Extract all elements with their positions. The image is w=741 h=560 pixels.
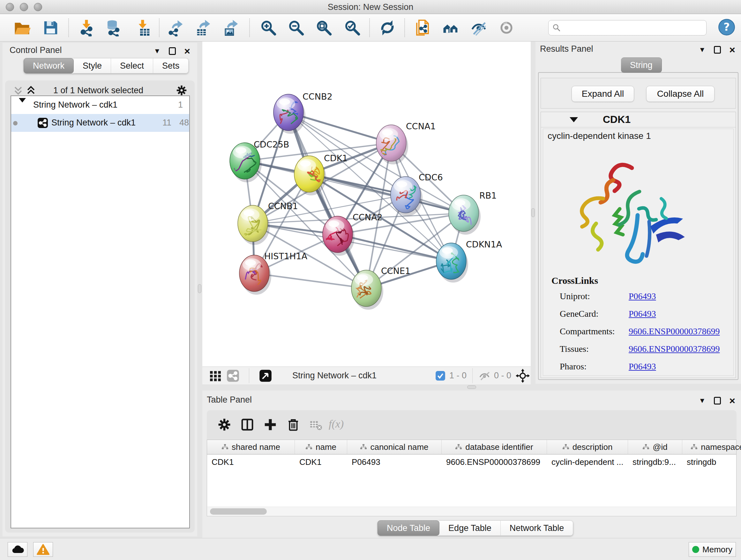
table-cell[interactable]: P06493 — [347, 455, 442, 469]
left-splitter[interactable] — [197, 42, 202, 537]
open-session-icon[interactable] — [13, 19, 30, 37]
network-panel-gear-icon[interactable] — [176, 84, 188, 97]
memory-button[interactable]: Memory — [689, 542, 736, 557]
warnings-button[interactable] — [33, 542, 53, 557]
first-neighbors-icon[interactable] — [442, 19, 459, 37]
column-header-shared-name[interactable]: shared name — [207, 440, 295, 454]
table-tab-network-table[interactable]: Network Table — [501, 520, 574, 536]
table-horizontal-scrollbar[interactable] — [207, 507, 736, 516]
horizontal-splitter-grip[interactable] — [467, 385, 476, 389]
control-panel-close-icon[interactable]: × — [184, 46, 190, 56]
column-header-canonical-name[interactable]: canonical name — [347, 440, 442, 454]
help-icon[interactable]: ? — [718, 18, 735, 36]
crosslink-link[interactable]: P06493 — [629, 309, 656, 319]
import-network-file-icon[interactable] — [78, 19, 95, 37]
control-tab-style[interactable]: Style — [74, 58, 111, 73]
table-tab-edge-table[interactable]: Edge Table — [440, 520, 501, 536]
right-splitter[interactable] — [531, 42, 536, 384]
table-gear-icon[interactable] — [217, 417, 232, 432]
selected-checkbox-icon[interactable] — [435, 367, 446, 384]
add-column-icon[interactable] — [263, 417, 278, 432]
collapse-all-button[interactable]: Collapse All — [646, 86, 715, 102]
detach-view-icon[interactable] — [259, 367, 272, 384]
zoom-fit-icon[interactable] — [315, 19, 333, 37]
fit-content-crosshair-icon[interactable] — [516, 367, 530, 384]
delete-table-icon[interactable] — [310, 420, 322, 431]
column-header-@id[interactable]: @id — [628, 440, 682, 454]
gene-description: cyclin-dependent kinase 1 — [548, 131, 651, 141]
control-tab-network[interactable]: Network — [23, 58, 74, 73]
crosslink-link[interactable]: P06493 — [629, 291, 656, 301]
export-table-icon[interactable] — [195, 19, 212, 37]
expand-all-button[interactable]: Expand All — [571, 86, 634, 102]
show-columns-icon[interactable] — [240, 417, 255, 432]
cloud-button[interactable] — [8, 542, 27, 557]
hide-selected-icon[interactable] — [470, 19, 487, 37]
new-network-from-selection-icon[interactable] — [414, 19, 431, 37]
table-panel-title: Table Panel — [207, 395, 252, 405]
network-row-selected[interactable]: String Network – cdk1 11 48 — [11, 114, 189, 132]
window-close-button[interactable] — [6, 3, 14, 11]
horizontal-splitter[interactable] — [202, 384, 741, 390]
gene-collapse-icon[interactable] — [569, 117, 578, 122]
zoom-out-icon[interactable] — [287, 19, 305, 37]
scrollbar-thumb[interactable] — [210, 508, 267, 515]
crosslink-link[interactable]: 9606.ENSP00000378699 — [629, 344, 720, 354]
memory-label: Memory — [702, 545, 732, 555]
search-input[interactable] — [561, 23, 702, 33]
window-zoom-button[interactable] — [34, 3, 42, 11]
delete-column-icon[interactable] — [286, 417, 300, 432]
table-tab-node-table[interactable]: Node Table — [378, 520, 440, 536]
table-panel-float-icon[interactable]: ▼ — [699, 397, 706, 404]
control-panel-float-icon[interactable]: ▼ — [154, 48, 161, 55]
table-cell[interactable]: stringdb — [682, 455, 741, 469]
grid-view-icon[interactable] — [209, 367, 221, 384]
apply-layout-icon[interactable] — [379, 19, 396, 37]
zoom-selected-icon[interactable] — [344, 19, 361, 37]
hidden-eye-icon[interactable] — [478, 367, 491, 384]
column-type-icon — [643, 444, 650, 450]
results-tab-string[interactable]: String — [621, 57, 662, 73]
column-header-namespace[interactable]: namespace — [682, 440, 741, 454]
table-panel-close-icon[interactable]: × — [729, 395, 735, 406]
crosslinks-list: Uniprot:P06493GeneCard:P06493Compartment… — [543, 291, 733, 379]
crosslink-link[interactable]: 9606.ENSP00000378699 — [629, 326, 720, 336]
column-header-name[interactable]: name — [295, 440, 347, 454]
export-network-icon[interactable] — [167, 19, 185, 37]
window-minimize-button[interactable] — [20, 3, 28, 11]
node-gloss — [279, 99, 290, 105]
import-network-database-icon[interactable] — [105, 19, 122, 37]
import-table-file-icon[interactable] — [134, 19, 151, 37]
table-cell[interactable]: cyclin-dependent ... — [547, 455, 628, 469]
table-cell[interactable]: CDK1 — [295, 455, 347, 469]
collection-expand-icon[interactable] — [19, 103, 26, 112]
network-share-view-icon[interactable] — [226, 367, 239, 384]
control-tab-select[interactable]: Select — [111, 58, 153, 73]
control-tab-sets[interactable]: Sets — [153, 58, 189, 73]
results-panel-close-icon[interactable]: × — [729, 45, 735, 55]
left-splitter-grip[interactable] — [198, 284, 201, 293]
column-header-database-identifier[interactable]: database identifier — [442, 440, 547, 454]
table-cell[interactable]: 9606.ENSP00000378699 — [442, 455, 547, 469]
crosslink-link[interactable]: P06493 — [629, 361, 656, 372]
results-panel-maximize-icon[interactable] — [714, 46, 721, 54]
table-panel-maximize-icon[interactable] — [714, 397, 721, 405]
results-panel-float-icon[interactable]: ▼ — [699, 46, 706, 53]
table-cell[interactable]: CDK1 — [207, 455, 295, 469]
function-builder-icon[interactable]: f(x) — [329, 418, 344, 430]
export-image-icon[interactable] — [223, 19, 240, 37]
right-splitter-grip[interactable] — [531, 208, 535, 217]
table-cell[interactable]: stringdb:9... — [628, 455, 682, 469]
network-label: String Network – cdk1 — [51, 118, 136, 128]
zoom-in-icon[interactable] — [260, 19, 277, 37]
control-panel-maximize-icon[interactable] — [169, 47, 176, 55]
network-edge-CCNA2-CDKN1A[interactable] — [338, 234, 451, 261]
show-hidden-icon[interactable] — [498, 19, 515, 37]
gene-section-header[interactable]: CDK1 — [541, 112, 736, 127]
save-session-icon[interactable] — [42, 19, 59, 37]
collapse-all-networks-icon[interactable] — [13, 85, 23, 96]
network-collection-row[interactable]: String Network – cdk1 1 — [11, 96, 189, 114]
network-canvas[interactable]: CCNB2CCNA1CDC25BCDK1CDC6RB1CCNB1CCNA2CDK… — [202, 42, 531, 367]
network-edge-CCNB2-CCNE1[interactable] — [288, 112, 366, 288]
column-header-description[interactable]: description — [547, 440, 628, 454]
